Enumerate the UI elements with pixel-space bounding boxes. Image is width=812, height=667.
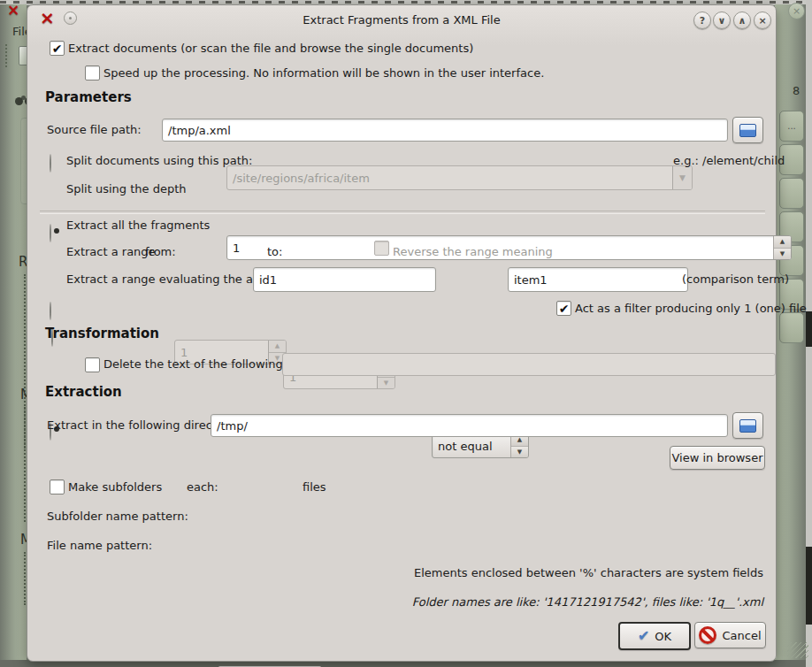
ok-check-icon: ✔ — [638, 629, 649, 643]
help-icon: ? — [700, 15, 705, 27]
extract-fragments-dialog: × Extract Fragments from a XML File ? ∨ … — [27, 4, 777, 662]
filter-one-file-checkbox[interactable]: ✔ — [556, 301, 571, 316]
background-far-right-dark-band — [806, 547, 812, 625]
open-file-icon — [739, 124, 756, 137]
operator-select[interactable]: not equal ▲▼ — [432, 433, 529, 458]
delete-text-path-input[interactable] — [282, 353, 776, 376]
spin-up-icon: ▲ — [774, 236, 791, 248]
make-subfolders-checkbox[interactable] — [50, 479, 65, 494]
speed-up-label: Speed up the processing. No information … — [103, 66, 544, 80]
browse-source-button[interactable] — [732, 117, 763, 143]
close-icon: × — [758, 15, 766, 27]
check-icon: ✔ — [559, 302, 570, 316]
system-fields-hint: Elements enclosed between '%' characters… — [414, 566, 763, 579]
updown-arrows-icon[interactable]: ▲▼ — [510, 434, 528, 457]
extraction-heading: Extraction — [45, 384, 122, 400]
resize-grip[interactable] — [787, 642, 808, 658]
chevron-down-icon: ▼ — [679, 174, 686, 182]
search-icon[interactable] — [15, 97, 23, 105]
comparison-term-input[interactable]: item1 — [508, 267, 688, 292]
check-icon: ✔ — [52, 42, 63, 56]
reverse-range-label: Reverse the range meaning — [393, 245, 553, 258]
attribute-name-input[interactable]: id1 — [253, 267, 436, 292]
split-path-combobox[interactable]: /site/regions/africa/item ▼ — [226, 165, 693, 190]
file-pattern-label: File name pattern: — [47, 539, 152, 552]
source-file-path-input[interactable]: /tmp/a.xml — [162, 119, 728, 142]
separator — [40, 211, 765, 214]
ok-button[interactable]: ✔ OK — [618, 622, 691, 650]
range-to-label: to: — [267, 245, 282, 258]
extract-documents-label: Extract documents (or scan the file and … — [68, 42, 473, 55]
each-label: each: — [187, 480, 218, 494]
chevron-up-icon: ∧ — [739, 15, 747, 27]
filter-one-file-label: Act as a filter producing only 1 (one) f… — [575, 302, 807, 315]
background-far-right-dark-band — [806, 311, 812, 347]
subfolder-pattern-label: Subfolder name pattern: — [47, 510, 188, 523]
extract-directory-input[interactable]: /tmp/ — [211, 414, 728, 437]
help-button[interactable]: ? — [693, 12, 711, 29]
extract-directory-label: Extract in the following directory: — [47, 418, 238, 432]
cancel-button[interactable]: Cancel — [694, 622, 766, 648]
parameters-heading: Parameters — [45, 89, 132, 105]
speed-up-checkbox[interactable] — [85, 65, 100, 80]
examples-hint: Folder names are like: '1417121917542', … — [412, 595, 763, 609]
make-subfolders-label: Make subfolders — [68, 480, 162, 494]
source-file-path-label: Source file path: — [47, 123, 142, 136]
screen: × File Re M M × 8 ... × Extract Fragment… — [0, 0, 812, 667]
extract-all-label: Extract all the fragments — [66, 218, 210, 232]
extract-range-label: Extract a range — [66, 245, 156, 258]
spinner-buttons[interactable]: ▲▼ — [773, 236, 791, 259]
background-side-button[interactable] — [779, 312, 804, 343]
close-icon[interactable]: × — [7, 3, 19, 18]
dropdown-button[interactable]: ▼ — [672, 166, 692, 189]
background-window-left — [0, 4, 27, 667]
close-icon[interactable]: × — [788, 3, 805, 19]
comparison-term-hint: (comparison term) — [682, 272, 789, 286]
files-label: files — [303, 480, 326, 494]
cancel-no-entry-icon — [699, 626, 716, 644]
split-by-depth-radio[interactable] — [50, 224, 51, 242]
transformation-heading: Transformation — [45, 326, 159, 341]
view-in-browser-button[interactable]: View in browser — [670, 446, 765, 470]
split-by-depth-label: Split using the depth — [66, 182, 187, 196]
range-from-label: from: — [145, 245, 176, 258]
background-side-button[interactable] — [779, 178, 804, 209]
open-file-icon — [739, 419, 756, 433]
shade-button[interactable]: ∨ — [713, 12, 731, 29]
spin-down-icon: ▼ — [774, 248, 791, 260]
background-dashes — [0, 1, 812, 4]
split-path-hint: e.g.: /element/child — [673, 154, 785, 167]
browse-directory-button[interactable] — [732, 412, 763, 439]
dialog-title: Extract Fragments from a XML File — [27, 13, 776, 27]
reverse-range-checkbox[interactable] — [374, 241, 389, 256]
background-side-button[interactable]: ... — [779, 111, 804, 142]
background-count: 8 — [793, 84, 800, 97]
spin-up-icon: ▲ — [269, 341, 286, 352]
spin-down-icon: ▼ — [378, 377, 395, 389]
split-by-path-label: Split documents using this path: — [66, 154, 253, 167]
extract-all-radio[interactable] — [50, 302, 51, 320]
chevron-down-icon: ∨ — [718, 15, 726, 27]
close-button[interactable]: × — [754, 12, 771, 29]
tree-guide-line — [24, 407, 26, 522]
tree-guide-line — [24, 552, 26, 605]
delete-text-checkbox[interactable] — [85, 357, 100, 372]
delete-text-label: Delete the text of the following path — [103, 357, 312, 371]
extract-documents-checkbox[interactable]: ✔ — [50, 41, 65, 56]
maximize-button[interactable]: ∧ — [733, 12, 751, 29]
toolbar-handle[interactable] — [5, 44, 7, 67]
split-by-path-radio[interactable] — [50, 154, 51, 172]
